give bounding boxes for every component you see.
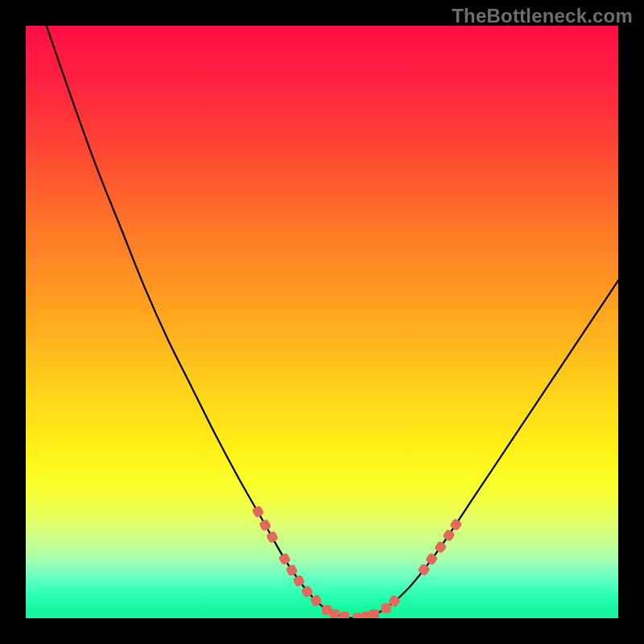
marker-dot <box>369 609 379 618</box>
bottleneck-curve <box>47 26 618 618</box>
marker-dot <box>285 564 298 576</box>
marker-dot <box>442 529 456 543</box>
chart-svg <box>26 26 618 618</box>
watermark-text: TheBottleneck.com <box>452 5 633 27</box>
marker-dot <box>434 540 448 554</box>
marker-dot <box>329 609 339 618</box>
marker-dot <box>279 552 291 565</box>
marker-dot <box>251 505 264 518</box>
marker-dot <box>381 603 390 613</box>
highlight-markers <box>251 505 462 618</box>
marker-dot <box>340 612 349 618</box>
marker-dot <box>258 518 271 531</box>
marker-dot <box>266 530 279 543</box>
plot-area <box>26 26 618 618</box>
marker-dot <box>353 613 362 618</box>
marker-dot <box>449 518 463 531</box>
